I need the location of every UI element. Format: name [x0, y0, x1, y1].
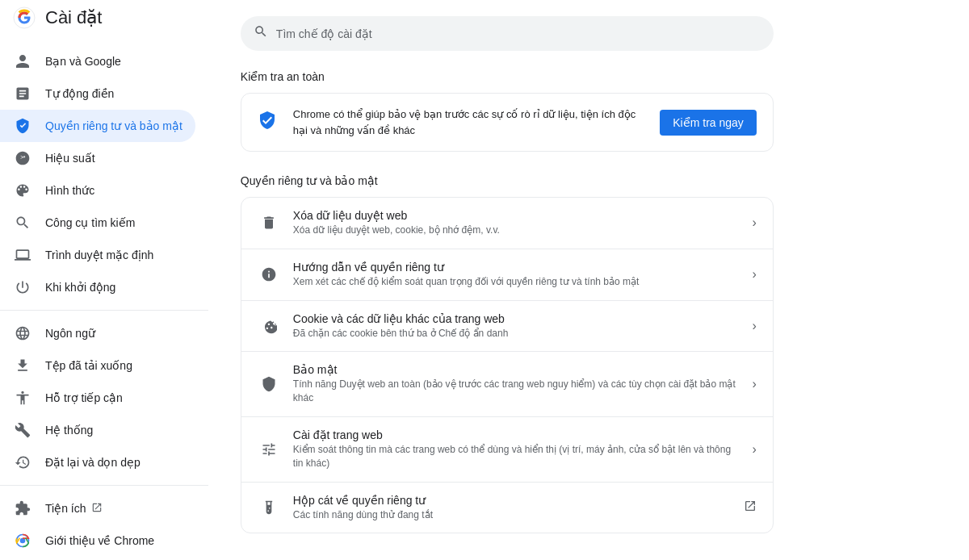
- sidebar-item-khi-khoi-dong[interactable]: Khi khởi động: [0, 271, 195, 303]
- person-icon: [13, 53, 32, 69]
- privacy-item-content: Bảo mật Tính năng Duyệt web an toàn (bảo…: [293, 363, 740, 405]
- search-input[interactable]: [276, 27, 761, 40]
- sidebar-item-label: Bạn và Google: [45, 55, 121, 68]
- sidebar-item-label: Quyền riêng tư và bảo mật: [45, 119, 182, 132]
- sidebar-item-label: Tự động điền: [45, 87, 114, 100]
- privacy-item-title: Cài đặt trang web: [293, 428, 740, 441]
- privacy-list: Xóa dữ liệu duyệt web Xóa dữ liệu duyệt …: [241, 197, 774, 533]
- privacy-item-desc: Tính năng Duyệt web an toàn (bảo vệ trướ…: [293, 378, 740, 405]
- main-content: Kiểm tra an toàn Chrome có thể giúp bảo …: [208, 0, 969, 560]
- sidebar-item-label: Hệ thống: [45, 424, 93, 437]
- privacy-item-desc: Kiểm soát thông tin mà các trang web có …: [293, 443, 740, 470]
- trash-icon: [258, 215, 280, 231]
- sidebar-item-label: Đặt lại và dọn dẹp: [45, 456, 141, 469]
- sidebar-item-ban-va-google[interactable]: Bạn và Google: [0, 45, 195, 77]
- privacy-section-title: Quyền riêng tư và bảo mật: [241, 174, 937, 187]
- sidebar-item-he-thong[interactable]: Hệ thống: [0, 414, 195, 446]
- palette-icon: [13, 182, 32, 199]
- sidebar-item-label: Giới thiệu về Chrome: [45, 534, 154, 547]
- sidebar-item-label: Tệp đã tải xuống: [45, 359, 132, 372]
- sidebar-item-trinh-duyet-mac-dinh[interactable]: Trình duyệt mặc định: [0, 239, 195, 271]
- sidebar-item-label: Hiệu suất: [45, 152, 95, 165]
- wrench-icon: [13, 422, 32, 438]
- search-bar: [241, 16, 774, 51]
- privacy-item-title: Bảo mật: [293, 363, 740, 376]
- chevron-right-icon: ›: [753, 377, 757, 391]
- sidebar-item-ho-tro-tiep-can[interactable]: Hỗ trợ tiếp cận: [0, 382, 195, 414]
- sidebar: Cài đặt Bạn và Google Tự động điền Quyền…: [0, 0, 208, 560]
- accessibility-icon: [13, 390, 32, 406]
- sidebar-item-dat-lai-va-don-dep[interactable]: Đặt lại và dọn dẹp: [0, 446, 195, 479]
- sidebar-item-tep-da-tai-xuong[interactable]: Tệp đã tải xuống: [0, 349, 195, 382]
- external-link-icon: [744, 499, 757, 515]
- privacy-item-desc: Các tính năng dùng thử đang tắt: [293, 508, 731, 522]
- sidebar-item-label: Hỗ trợ tiếp cận: [45, 391, 123, 404]
- power-icon: [13, 279, 32, 295]
- chevron-right-icon: ›: [753, 215, 757, 230]
- privacy-item-desc: Đã chặn các cookie bên thứ ba ở Chế độ ẩ…: [293, 327, 740, 341]
- sidebar-item-tien-ich[interactable]: Tiện ích: [0, 492, 195, 524]
- google-logo-icon: [13, 6, 36, 29]
- privacy-item-bao-mat[interactable]: Bảo mật Tính năng Duyệt web an toàn (bảo…: [241, 352, 773, 417]
- privacy-item-desc: Xóa dữ liệu duyệt web, cookie, bộ nhớ đệ…: [293, 224, 740, 237]
- sidebar-item-gioi-thieu-chrome[interactable]: Giới thiệu về Chrome: [0, 524, 195, 557]
- privacy-item-desc: Xem xét các chế độ kiểm soát quan trọng …: [293, 275, 740, 289]
- privacy-item-title: Cookie và các dữ liệu khác của trang web: [293, 312, 740, 325]
- chevron-right-icon: ›: [753, 267, 757, 282]
- privacy-item-title: Xóa dữ liệu duyệt web: [293, 209, 740, 222]
- cookie-icon: [258, 318, 280, 334]
- chrome-icon: [13, 533, 32, 549]
- sidebar-item-label: Ngôn ngữ: [45, 327, 95, 340]
- sliders-icon: [258, 441, 280, 458]
- page-title: Cài đặt: [45, 7, 102, 28]
- privacy-item-content: Hộp cát về quyền riêng tư Các tính năng …: [293, 494, 731, 522]
- privacy-item-huong-dan[interactable]: Hướng dẫn về quyền riêng tư Xem xét các …: [241, 249, 773, 301]
- sidebar-item-cong-cu-tim-kiem[interactable]: Công cụ tìm kiếm: [0, 207, 195, 239]
- sidebar-item-label: Công cụ tìm kiếm: [45, 216, 135, 229]
- privacy-item-cai-dat-trang-web[interactable]: Cài đặt trang web Kiểm soát thông tin mà…: [241, 417, 773, 483]
- external-link-icon: [91, 502, 103, 516]
- chevron-right-icon: ›: [753, 442, 757, 457]
- sidebar-item-label: Trình duyệt mặc định: [45, 249, 153, 261]
- sidebar-item-hieu-suat[interactable]: Hiệu suất: [0, 142, 195, 174]
- puzzle-icon: [13, 500, 32, 516]
- sidebar-item-hinh-thuc[interactable]: Hình thức: [0, 174, 195, 207]
- privacy-item-cookie[interactable]: Cookie và các dữ liệu khác của trang web…: [241, 301, 773, 353]
- safety-section-title: Kiểm tra an toàn: [241, 70, 937, 83]
- history-icon: [13, 454, 32, 470]
- search-icon: [13, 215, 32, 231]
- privacy-item-xoa-du-lieu[interactable]: Xóa dữ liệu duyệt web Xóa dữ liệu duyệt …: [241, 198, 773, 249]
- experiment-icon: [258, 499, 280, 516]
- sidebar-divider-2: [0, 485, 208, 486]
- sidebar-item-label: Hình thức: [45, 184, 94, 197]
- privacy-item-content: Xóa dữ liệu duyệt web Xóa dữ liệu duyệt …: [293, 209, 740, 237]
- shield-icon: [13, 118, 32, 134]
- sidebar-item-ngon-ngu[interactable]: Ngôn ngữ: [0, 317, 195, 349]
- download-icon: [13, 357, 32, 374]
- privacy-item-content: Cài đặt trang web Kiểm soát thông tin mà…: [293, 428, 740, 470]
- privacy-item-content: Hướng dẫn về quyền riêng tư Xem xét các …: [293, 261, 740, 289]
- safety-card: Chrome có thể giúp bảo vệ bạn trước các …: [241, 93, 774, 152]
- monitor-icon: [13, 247, 32, 263]
- globe-icon: [13, 325, 32, 341]
- sidebar-item-label: Khi khởi động: [45, 281, 115, 294]
- sidebar-item-quyen-rieng-tu[interactable]: Quyền riêng tư và bảo mật: [0, 110, 195, 142]
- privacy-guide-icon: [258, 266, 280, 282]
- speed-icon: [13, 150, 32, 166]
- sidebar-item-label: Tiện ích: [45, 502, 86, 515]
- privacy-item-content: Cookie và các dữ liệu khác của trang web…: [293, 312, 740, 341]
- sidebar-divider: [0, 310, 208, 311]
- article-icon: [13, 86, 32, 102]
- sidebar-item-tu-dong-dien[interactable]: Tự động điền: [0, 77, 195, 110]
- safety-check-button[interactable]: Kiểm tra ngay: [660, 110, 757, 136]
- privacy-item-title: Hướng dẫn về quyền riêng tư: [293, 261, 740, 274]
- privacy-item-hop-cat-ve[interactable]: Hộp cát về quyền riêng tư Các tính năng …: [241, 483, 773, 533]
- security-icon: [258, 376, 280, 392]
- safety-description: Chrome có thể giúp bảo vệ bạn trước các …: [293, 107, 647, 138]
- privacy-item-title: Hộp cát về quyền riêng tư: [293, 494, 731, 507]
- shield-check-icon: [258, 111, 280, 135]
- sidebar-header: Cài đặt: [0, 0, 208, 45]
- chevron-right-icon: ›: [753, 319, 757, 333]
- search-icon: [254, 24, 268, 43]
